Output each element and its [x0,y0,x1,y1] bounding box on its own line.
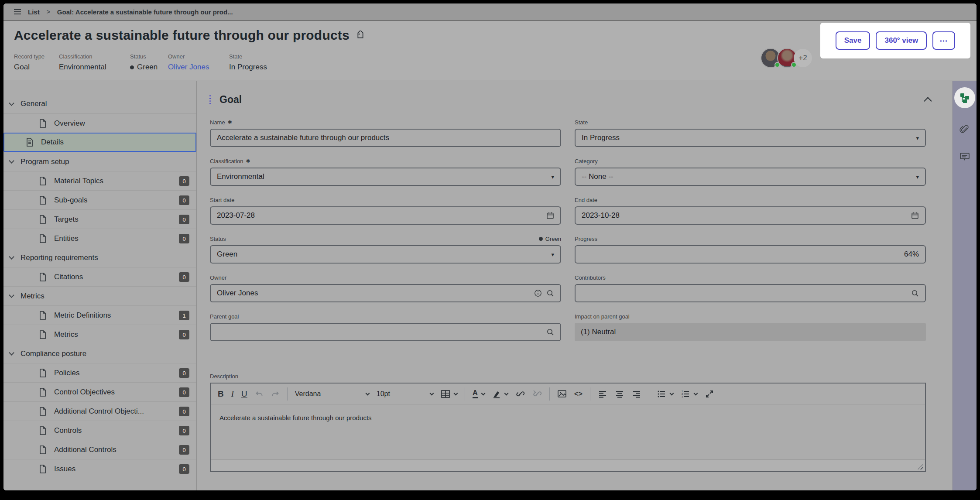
fullscreen-button[interactable] [705,389,714,399]
nav-item-policies[interactable]: Policies0 [3,363,196,382]
unlink-button[interactable] [532,389,542,399]
nav-item-targets[interactable]: Targets0 [3,209,196,229]
tag-icon[interactable] [356,31,365,40]
numbered-list-button[interactable]: 123 [681,389,697,399]
nav-item-material-topics[interactable]: Material Topics0 [3,171,196,190]
start-date-input[interactable]: 2023-07-28 [210,206,561,225]
calendar-icon[interactable] [546,212,554,219]
nav-item-label: Control Objectives [54,388,115,397]
nav-item-entities[interactable]: Entities0 [3,229,196,248]
nav-section-label: Reporting requirements [21,253,98,262]
status-select[interactable]: Green▾ [210,245,561,264]
nav-section-general[interactable]: General [3,94,196,113]
code-view-button[interactable]: <> [574,390,583,398]
nav-item-metric-definitions[interactable]: Metric Definitions1 [3,305,196,325]
align-left-button[interactable] [598,389,607,399]
text-color-button[interactable]: A [473,389,485,399]
required-icon: ✱ [228,119,232,125]
nav-section-reporting-requirements[interactable]: Reporting requirements [3,248,196,267]
field-name: Name✱ Accelerate a sustainable future th… [210,119,561,147]
meta-value: In Progress [229,63,281,72]
nav-section-program-setup[interactable]: Program setup [3,152,196,171]
nav-section-compliance-posture[interactable]: Compliance posture [3,344,196,363]
field-label: Start date [210,197,234,203]
meta-label: Classification [59,53,130,60]
save-button[interactable]: Save [836,31,870,50]
search-icon[interactable] [546,289,554,297]
undo-icon[interactable] [255,390,264,398]
toolbar-divider [649,387,649,401]
status-indicator: Green [539,236,561,242]
font-size-select[interactable]: 10pt [377,390,433,398]
category-select[interactable]: -- None --▾ [575,168,926,186]
nav-item-additional-control-objecti-[interactable]: Additional Control Objecti...0 [3,401,196,421]
collapse-section-icon[interactable] [924,97,932,105]
bold-button[interactable]: B [218,389,224,399]
end-date-input[interactable]: 2023-10-28 [575,206,926,225]
count-badge: 0 [179,176,189,186]
field-classification: Classification✱ Environmental▾ [210,158,561,186]
align-right-button[interactable] [632,389,641,399]
nav-section-metrics[interactable]: Metrics [3,286,196,305]
nav-item-label: Citations [54,273,83,281]
nav-item-issues[interactable]: Issues0 [3,459,196,478]
description-textarea[interactable]: Accelerate a sustainable future through … [211,404,925,460]
nav-item-control-objectives[interactable]: Control Objectives0 [3,382,196,401]
nav-item-controls[interactable]: Controls0 [3,421,196,440]
more-actions-button[interactable]: ⋯ [932,31,955,50]
progress-input[interactable]: 64% [575,245,926,264]
insert-image-button[interactable] [557,389,567,399]
underline-button[interactable]: U [241,389,247,399]
state-select[interactable]: In Progress▾ [575,129,926,147]
count-badge: 0 [179,195,189,205]
menu-icon[interactable] [14,9,21,14]
hierarchy-tool-button[interactable] [954,87,975,108]
align-center-button[interactable] [615,389,624,399]
comments-icon[interactable] [959,151,970,162]
info-icon[interactable] [534,289,542,297]
field-parent-goal: Parent goal [210,313,561,341]
contributors-input[interactable] [575,284,926,302]
nav-item-citations[interactable]: Citations0 [3,267,196,286]
nav-item-metrics[interactable]: Metrics0 [3,325,196,344]
nav-item-additional-controls[interactable]: Additional Controls0 [3,440,196,459]
nav-item-overview[interactable]: Overview [3,113,196,133]
meta-label: Record type [14,53,59,60]
classification-select[interactable]: Environmental▾ [210,168,561,186]
page-title: Accelerate a sustainable future through … [14,28,350,43]
meta-label: Owner [168,53,229,60]
attachment-paperclip-icon[interactable] [959,124,970,135]
owner-input[interactable]: Oliver Jones [210,284,561,302]
italic-button[interactable]: I [231,389,234,399]
meta-value[interactable]: Oliver Jones [168,63,229,72]
avatar-overflow-badge[interactable]: +2 [794,49,812,67]
count-badge: 0 [179,368,189,378]
search-icon[interactable] [911,289,919,297]
highlight-color-button[interactable] [492,390,508,398]
redo-icon[interactable] [271,390,280,398]
font-family-select[interactable]: Verdana [295,390,369,398]
section-drag-handle[interactable] [209,95,211,104]
breadcrumb-record[interactable]: Goal: Accelerate a sustainable future th… [57,8,233,16]
breadcrumb-list[interactable]: List [28,8,40,16]
table-menu-button[interactable] [441,389,457,399]
status-dot-icon [130,65,134,69]
nav-item-details[interactable]: Details [3,133,196,152]
parent-goal-input[interactable] [210,323,561,341]
toolbar-divider [465,387,465,401]
view-360-button[interactable]: 360° view [876,31,927,50]
nav-item-sub-goals[interactable]: Sub-goals0 [3,190,196,209]
breadcrumb-separator-icon: > [47,8,50,15]
link-button[interactable] [515,389,525,399]
meta-label: Status [130,53,168,60]
field-label: Impact on parent goal [575,313,630,320]
search-icon[interactable] [546,328,554,336]
bullet-list-button[interactable] [657,389,673,399]
resize-handle[interactable] [918,464,923,469]
avatar-group[interactable]: +2 [761,48,812,68]
calendar-icon[interactable] [911,212,919,219]
app-window: List > Goal: Accelerate a sustainable fu… [3,3,977,490]
name-input[interactable]: Accelerate a sustainable future through … [210,129,561,147]
record-header: Accelerate a sustainable future through … [3,21,977,80]
field-label: Category [575,158,598,164]
